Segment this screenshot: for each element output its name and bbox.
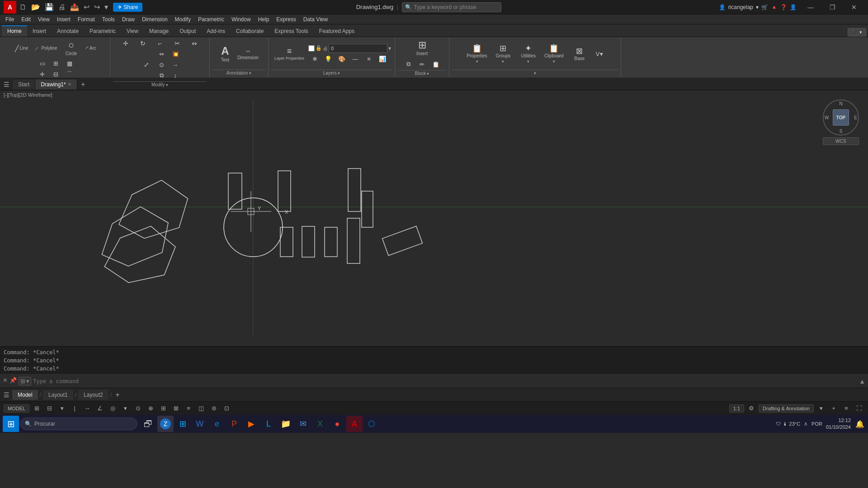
app-autocad[interactable]: A bbox=[346, 416, 363, 432]
menu-draw[interactable]: Draw bbox=[118, 15, 138, 23]
cmd-dropdown-btn[interactable]: ⊞▾ bbox=[19, 377, 31, 385]
3d-obj-snap-btn[interactable]: ⊙ bbox=[132, 404, 143, 413]
tab-annotate[interactable]: Annotate bbox=[52, 25, 84, 37]
tab-output[interactable]: Output bbox=[174, 25, 201, 37]
infer-constraints-btn[interactable]: | bbox=[69, 404, 80, 413]
layout-tab-layout2[interactable]: Layout2 bbox=[78, 390, 108, 400]
menu-view[interactable]: View bbox=[34, 15, 53, 23]
menu-parametric[interactable]: Parametric bbox=[194, 15, 228, 23]
notification-btn[interactable]: 🔔 bbox=[854, 419, 865, 429]
layer-name-input[interactable] bbox=[329, 44, 387, 53]
menu-tools[interactable]: Tools bbox=[99, 15, 118, 23]
layout-menu-btn[interactable]: ☰ bbox=[2, 390, 11, 399]
cmd-close-btn[interactable]: ✕ bbox=[3, 377, 8, 385]
base-btn[interactable]: ⊠ Base bbox=[568, 46, 591, 62]
drawing-canvas[interactable]: Y X bbox=[0, 90, 868, 346]
clipboard-dropdown[interactable]: ▾ bbox=[553, 59, 555, 64]
quick-properties-btn[interactable]: ⊚ bbox=[208, 404, 219, 413]
autodesk-icon[interactable]: 🔺 bbox=[771, 4, 778, 10]
menu-dataview[interactable]: Data View bbox=[300, 15, 331, 23]
tab-collaborate[interactable]: Collaborate bbox=[231, 25, 269, 37]
trim-btn[interactable]: ✂ bbox=[169, 39, 185, 48]
share-button[interactable]: ✈ Share bbox=[113, 3, 142, 12]
wcs-btn[interactable]: WCS bbox=[823, 137, 859, 145]
workspace-btn[interactable]: Drafting & Annotation bbox=[759, 404, 814, 413]
close-btn[interactable]: ✕ bbox=[844, 0, 864, 14]
app-vlc[interactable]: ▶ bbox=[243, 416, 259, 432]
app-chrome[interactable]: ● bbox=[329, 416, 345, 432]
save-btn[interactable]: 💾 bbox=[43, 2, 55, 12]
menu-help[interactable]: Help bbox=[255, 15, 273, 23]
circle-btn[interactable]: ○ Circle bbox=[60, 39, 82, 57]
fullscreen-btn[interactable]: ⛶ bbox=[854, 404, 864, 413]
snap-grid-btn[interactable]: ⊟ bbox=[44, 404, 55, 413]
polar-btn[interactable]: ∠ bbox=[94, 404, 105, 413]
tab-drawing1[interactable]: Drawing1* ✕ bbox=[35, 80, 77, 89]
account-btn[interactable]: 👤 bbox=[790, 4, 797, 10]
tab-addins[interactable]: Add-ins bbox=[201, 25, 231, 37]
doc-tabs-menu[interactable]: ☰ bbox=[0, 79, 13, 90]
transparency-btn[interactable]: ◫ bbox=[196, 404, 207, 413]
menu-insert[interactable]: Insert bbox=[53, 15, 74, 23]
create-block-btn[interactable]: ⧉ bbox=[402, 59, 415, 69]
properties-btn[interactable]: 📋 Properties ▾ bbox=[464, 43, 490, 65]
cmd-expand-btn[interactable]: ▲ bbox=[859, 378, 865, 385]
app-fileexplorer[interactable]: 📁 bbox=[278, 416, 294, 432]
drawing1-close-btn[interactable]: ✕ bbox=[68, 82, 71, 87]
start-button[interactable]: ⊞ bbox=[3, 416, 19, 432]
rectangle-btn[interactable]: ▭ bbox=[36, 58, 49, 68]
open-btn[interactable]: 📂 bbox=[30, 2, 42, 12]
cart-icon[interactable]: 🛒 bbox=[761, 4, 768, 10]
annotation-group-label[interactable]: Annotation bbox=[212, 70, 265, 76]
taskbar-clock[interactable]: 12:12 01/10/2024 bbox=[826, 417, 851, 431]
block-group-label[interactable]: Block bbox=[398, 70, 446, 76]
utilities-dropdown[interactable]: ▾ bbox=[527, 59, 529, 64]
taskview-btn[interactable]: 🗗 bbox=[140, 416, 156, 432]
tab-manage[interactable]: Manage bbox=[144, 25, 174, 37]
ortho-btn[interactable]: ↔ bbox=[82, 404, 93, 413]
layer-properties-btn[interactable]: ≡ Layer Properties bbox=[272, 46, 307, 62]
add-layout-btn[interactable]: + bbox=[113, 390, 121, 400]
app-powerpoint[interactable]: P bbox=[226, 416, 242, 432]
rotate-btn[interactable]: ↻ bbox=[135, 39, 151, 48]
customization-btn[interactable]: ≡ bbox=[841, 404, 852, 413]
mirror-btn[interactable]: ⇔ bbox=[186, 39, 203, 48]
menu-format[interactable]: Format bbox=[74, 15, 99, 23]
v-more-btn[interactable]: V▾ bbox=[593, 49, 606, 59]
app-word[interactable]: W bbox=[192, 416, 208, 432]
new-btn[interactable]: 🗋 bbox=[18, 2, 28, 12]
app-virtualdesktop[interactable]: Z bbox=[157, 416, 174, 432]
dynamic-ucs-btn[interactable]: ⊞ bbox=[158, 404, 169, 413]
layer-linetype-btn[interactable]: — bbox=[349, 54, 362, 64]
groups-dropdown[interactable]: ▾ bbox=[502, 59, 504, 64]
menu-dimension[interactable]: Dimension bbox=[138, 15, 171, 23]
undo-btn[interactable]: ↩ bbox=[82, 2, 91, 12]
dynamic-input-btn[interactable]: ⊠ bbox=[170, 404, 181, 413]
tab-insert[interactable]: Insert bbox=[27, 25, 52, 37]
settings-btn[interactable]: ⚙ bbox=[746, 404, 757, 413]
gradient-btn[interactable]: ▦ bbox=[63, 58, 76, 68]
layer-color-btn[interactable]: 🎨 bbox=[335, 54, 348, 64]
properties-group-label[interactable] bbox=[452, 70, 618, 76]
maximize-btn[interactable]: ❐ bbox=[822, 0, 843, 14]
utilities-btn[interactable]: ✦ Utilities ▾ bbox=[517, 43, 540, 65]
tab-parametric[interactable]: Parametric bbox=[84, 25, 121, 37]
selection-cycling-btn[interactable]: ⊡ bbox=[221, 404, 232, 413]
layout-tab-model[interactable]: Model bbox=[12, 390, 38, 400]
extend-btn[interactable]: → bbox=[169, 60, 182, 70]
explode-btn[interactable]: 💥 bbox=[169, 49, 182, 59]
obj-snap-track-btn[interactable]: ⊕ bbox=[145, 404, 156, 413]
edit-block-btn[interactable]: ✏ bbox=[416, 59, 429, 69]
top-view-btn[interactable]: TOP bbox=[833, 109, 849, 126]
layer-lineweight-btn[interactable]: ≡ bbox=[363, 54, 375, 64]
tab-start[interactable]: Start bbox=[13, 80, 35, 89]
obj-snap-btn[interactable]: ◎ bbox=[107, 404, 118, 413]
snap-btn[interactable]: ✛ bbox=[118, 39, 134, 48]
minimize-btn[interactable]: — bbox=[800, 0, 821, 14]
line-btn[interactable]: ╱ Line bbox=[13, 44, 31, 53]
tab-express-tools[interactable]: Express Tools bbox=[269, 25, 313, 37]
app-linphone[interactable]: L bbox=[260, 416, 277, 432]
chevron-icon[interactable]: ∧ bbox=[804, 421, 808, 427]
stretch-btn[interactable]: ⇔ bbox=[156, 49, 168, 59]
scale-btn[interactable]: 1:1 bbox=[729, 404, 744, 413]
